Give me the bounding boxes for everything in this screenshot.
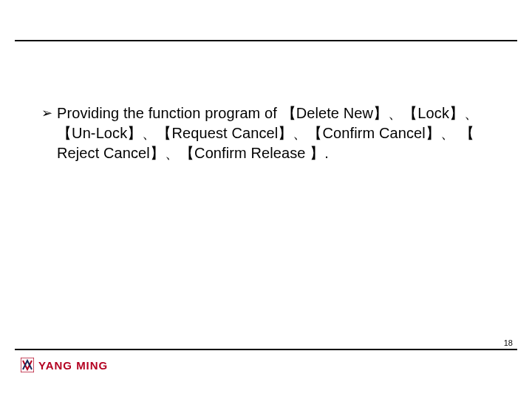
slide: ➢ Providing the function program of 【Del… (0, 0, 532, 399)
brand-name: YANG MING (38, 359, 108, 372)
brand-logo-icon (21, 358, 34, 372)
brand-logo: YANG MING (21, 358, 108, 372)
bullet-arrow-icon: ➢ (41, 103, 52, 123)
page-number: 18 (504, 338, 513, 347)
bullet-item: ➢ Providing the function program of 【Del… (41, 103, 495, 163)
bullet-text: Providing the function program of 【Delet… (57, 103, 495, 163)
header-rule (15, 40, 517, 41)
slide-body: ➢ Providing the function program of 【Del… (41, 103, 495, 163)
slide-footer: YANG MING 18 (15, 349, 517, 383)
footer-rule (15, 349, 517, 350)
